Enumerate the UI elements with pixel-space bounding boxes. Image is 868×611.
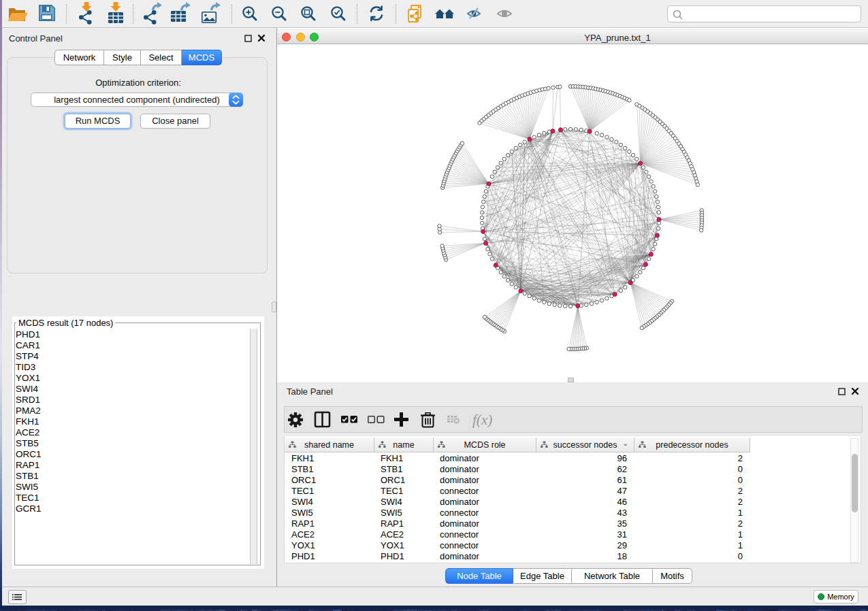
- svg-text:f(x): f(x): [472, 412, 492, 428]
